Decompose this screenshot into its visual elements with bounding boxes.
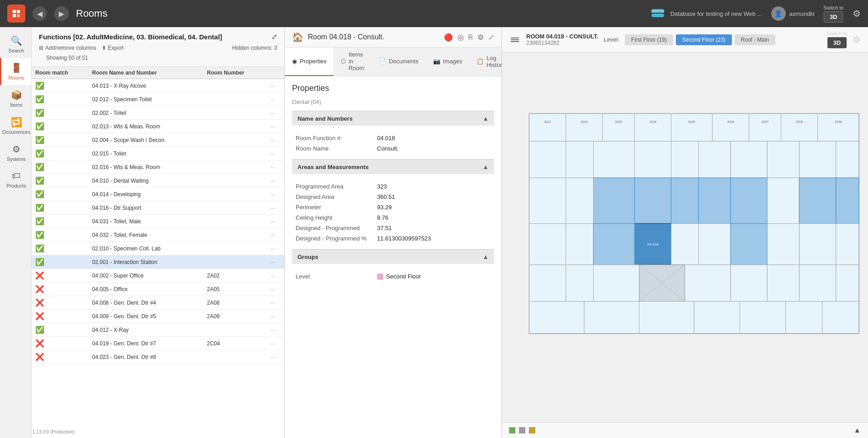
tab-first-floor[interactable]: First Floor (19) bbox=[625, 34, 673, 45]
row-action-cell[interactable]: ··· bbox=[267, 337, 284, 350]
edit-button[interactable]: 🔴 bbox=[444, 33, 453, 42]
row-action-cell[interactable]: ··· bbox=[267, 174, 284, 188]
add-remove-columns-button[interactable]: ⊞ Add/remove columns bbox=[39, 45, 96, 51]
table-row[interactable]: ❌04.019 - Gen. Dent. Dtr #72C04··· bbox=[32, 337, 284, 350]
row-action-cell[interactable]: ··· bbox=[267, 296, 284, 310]
tab-second-floor[interactable]: Second Floor (23) bbox=[676, 34, 732, 45]
row-action-cell[interactable]: ··· bbox=[267, 310, 284, 323]
section-areas-measurements[interactable]: Areas and Measurements ▲ bbox=[292, 159, 494, 174]
more-options-button[interactable]: ··· bbox=[270, 82, 276, 89]
more-options-button[interactable]: ··· bbox=[270, 299, 276, 306]
row-action-cell[interactable]: ··· bbox=[267, 79, 284, 93]
more-options-button[interactable]: ··· bbox=[270, 231, 276, 239]
sidebar-item-items[interactable]: 📦 Items bbox=[0, 85, 31, 112]
more-options-button[interactable]: ··· bbox=[270, 109, 276, 117]
table-row[interactable]: ✅04.013 - X-Ray Alcove··· bbox=[32, 79, 284, 93]
table-row[interactable]: ✅02.012 - Specimen Toilet··· bbox=[32, 93, 284, 106]
map-settings-button[interactable]: ⚙ bbox=[853, 34, 861, 45]
table-row[interactable]: ❌04.023 - Gen. Dent. Dtr #8··· bbox=[32, 350, 284, 364]
table-row[interactable]: ✅02.004 - Scope Wash / Decon.··· bbox=[32, 133, 284, 147]
more-options-button[interactable]: ··· bbox=[270, 286, 276, 293]
table-row[interactable]: ✅04.010 - Dental Waiting··· bbox=[32, 174, 284, 188]
row-action-cell[interactable]: ··· bbox=[267, 215, 284, 228]
more-options-button[interactable]: ··· bbox=[270, 353, 276, 361]
more-options-button[interactable]: ··· bbox=[270, 272, 276, 279]
table-row[interactable]: ✅02.001 - Interaction Station··· bbox=[32, 255, 284, 269]
svg-rect-37 bbox=[767, 178, 799, 223]
map-container[interactable]: 04.018 bbox=[502, 52, 868, 422]
more-options-button[interactable]: ··· bbox=[270, 177, 276, 184]
more-options-button[interactable]: ··· bbox=[270, 340, 276, 347]
more-options-button[interactable]: ··· bbox=[270, 218, 276, 225]
row-action-cell[interactable]: ··· bbox=[267, 242, 284, 255]
table-row[interactable]: ✅02.010 - Specimen Coll. Lab··· bbox=[32, 242, 284, 255]
row-action-cell[interactable]: ··· bbox=[267, 228, 284, 242]
back-button[interactable]: ◀ bbox=[33, 6, 47, 21]
row-action-cell[interactable]: ··· bbox=[267, 93, 284, 106]
expand-icon[interactable]: ⤢ bbox=[271, 33, 277, 41]
sidebar-item-rooms[interactable]: 🚪 Rooms bbox=[0, 58, 31, 85]
more-options-button[interactable]: ··· bbox=[270, 96, 276, 103]
table-row[interactable]: ✅02.013 - Wts & Meas. Room··· bbox=[32, 120, 284, 133]
row-action-cell[interactable]: ··· bbox=[267, 350, 284, 364]
settings-detail-button[interactable]: ⚙ bbox=[477, 33, 484, 42]
row-action-cell[interactable]: ··· bbox=[267, 147, 284, 160]
sidebar-item-occurrences[interactable]: 🔁 Occurrences bbox=[0, 112, 31, 139]
room-expand-icon[interactable]: ⤢ bbox=[488, 33, 494, 42]
table-row[interactable]: ❌04.002 - Super Office2A02··· bbox=[32, 269, 284, 283]
more-options-button[interactable]: ··· bbox=[270, 245, 276, 252]
table-row[interactable]: ❌04.005 - Office2A05··· bbox=[32, 283, 284, 296]
more-options-button[interactable]: ··· bbox=[270, 204, 276, 212]
row-action-cell[interactable]: ··· bbox=[267, 283, 284, 296]
more-options-button[interactable]: ··· bbox=[270, 137, 276, 144]
table-row[interactable]: ❌04.008 - Gen. Dent. Dtr #42A08··· bbox=[32, 296, 284, 310]
row-action-cell[interactable]: ··· bbox=[267, 188, 284, 201]
export-button[interactable]: ⬆ Export bbox=[102, 45, 124, 51]
sidebar-item-systems[interactable]: ⚙ Systems bbox=[0, 139, 31, 166]
more-options-button[interactable]: ··· bbox=[270, 259, 276, 266]
row-action-cell[interactable]: ··· bbox=[267, 106, 284, 120]
table-row[interactable]: ❌04.009 - Gen. Dent. Dtr #52A09··· bbox=[32, 310, 284, 323]
sidebar-item-products[interactable]: 🏷 Products bbox=[0, 166, 31, 193]
hide-details-button[interactable] bbox=[509, 36, 521, 44]
table-row[interactable]: ✅02.016 - Wts & Meas. Room··· bbox=[32, 160, 284, 174]
svg-rect-0 bbox=[10, 7, 23, 20]
settings-button[interactable]: ⚙ bbox=[853, 8, 861, 19]
more-options-button[interactable]: ··· bbox=[270, 191, 276, 198]
check-icon: ✅ bbox=[35, 177, 44, 184]
row-action-cell[interactable]: ··· bbox=[267, 269, 284, 283]
row-action-cell[interactable]: ··· bbox=[267, 120, 284, 133]
more-options-button[interactable]: ··· bbox=[270, 326, 276, 334]
toggle-button[interactable]: ◎ bbox=[458, 33, 464, 42]
table-row[interactable]: ✅04.032 - Toliet, Female··· bbox=[32, 228, 284, 242]
map-3d-button[interactable]: 3D bbox=[827, 37, 847, 48]
scroll-up-button[interactable]: ▲ bbox=[854, 426, 861, 434]
table-row[interactable]: ✅02.002 - Toliet··· bbox=[32, 106, 284, 120]
copy-button[interactable]: ⎘ bbox=[468, 33, 473, 42]
row-action-cell[interactable]: ··· bbox=[267, 201, 284, 215]
row-action-cell[interactable]: ··· bbox=[267, 255, 284, 269]
table-row[interactable]: ✅02.015 - Toliet··· bbox=[32, 147, 284, 160]
forward-button[interactable]: ▶ bbox=[54, 6, 69, 21]
tab-items-in-room[interactable]: ⬡ Items in Room bbox=[334, 47, 372, 76]
more-options-button[interactable]: ··· bbox=[270, 164, 276, 171]
table-row[interactable]: ✅04.012 - X-Ray··· bbox=[32, 323, 284, 337]
more-options-button[interactable]: ··· bbox=[270, 150, 276, 157]
row-action-cell[interactable]: ··· bbox=[267, 133, 284, 147]
table-row[interactable]: ✅04.031 - Toliet, Male··· bbox=[32, 215, 284, 228]
section-name-numbers[interactable]: Name and Numbers ▲ bbox=[292, 111, 494, 126]
tab-documents[interactable]: 📄 Documents bbox=[372, 47, 426, 76]
more-options-button[interactable]: ··· bbox=[270, 313, 276, 320]
tab-properties[interactable]: ◉ Properties bbox=[285, 47, 334, 76]
section-groups[interactable]: Groups ▲ bbox=[292, 249, 494, 264]
row-action-cell[interactable]: ··· bbox=[267, 323, 284, 337]
tab-roof-main[interactable]: Roof - Main bbox=[735, 34, 775, 45]
table-row[interactable]: ✅04.016 - Dtr Support··· bbox=[32, 201, 284, 215]
rooms-table-container[interactable]: Room match Room Name and Number Room Num… bbox=[32, 67, 284, 438]
more-options-button[interactable]: ··· bbox=[270, 123, 276, 130]
row-action-cell[interactable]: ··· bbox=[267, 160, 284, 174]
tab-images[interactable]: 📷 Images bbox=[426, 47, 470, 76]
switch-3d-button[interactable]: 3D bbox=[824, 11, 843, 23]
table-row[interactable]: ✅04.014 - Developing··· bbox=[32, 188, 284, 201]
sidebar-item-search[interactable]: 🔍 Search bbox=[0, 31, 31, 58]
